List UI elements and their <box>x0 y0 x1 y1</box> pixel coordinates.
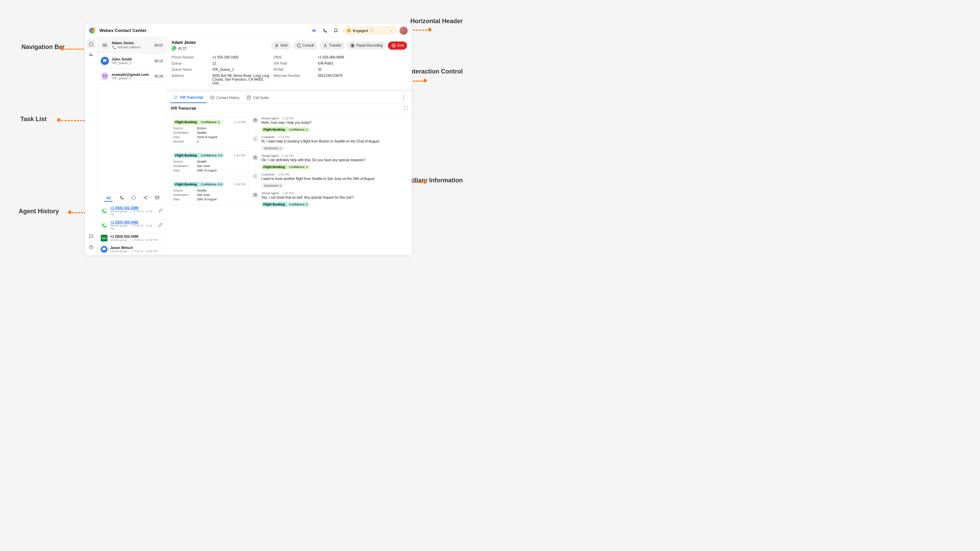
card-value: 29th of August <box>197 169 217 172</box>
status-check-icon: ✓ <box>347 29 351 33</box>
aux-tab-history[interactable]: Contact History <box>207 92 243 103</box>
history-tab-phone-icon[interactable] <box>119 195 124 200</box>
aux-tab-ivr[interactable]: IVR Transcript <box>170 92 207 103</box>
transcript-message: C Customer1:14 PM Hi, I want help in boo… <box>252 135 408 151</box>
transcript-message: Virtual Agent1:13 PM Hello, how may I he… <box>252 117 408 132</box>
user-avatar[interactable] <box>399 27 408 35</box>
history-number[interactable]: +1 (555) 400-3466 <box>110 221 156 224</box>
history-channel-icon <box>101 222 108 229</box>
history-number[interactable]: +1 (555) 432-3498 <box>110 206 156 210</box>
hold-button[interactable]: Hold <box>271 41 291 50</box>
intent-tag: Flight BookingConfidence: 0.9 <box>173 182 224 187</box>
end-button[interactable]: End <box>388 41 407 50</box>
task-item[interactable]: Adam Jones Michael Littlefoot 00:02 <box>97 37 166 53</box>
aux-title-bar: IVR Transcript ⛶ <box>167 103 412 113</box>
field-value: 32 <box>318 68 407 71</box>
history-meta: Service group... | ⏱ 00:10 12:32 PM <box>110 250 163 253</box>
field-value: 5555 Ave NE Sierra Road, Long Long Count… <box>212 74 270 85</box>
bell-icon[interactable] <box>332 27 340 34</box>
transcript-card[interactable]: Flight BookingConfidence: 1 1:13 PMSourc… <box>170 117 248 147</box>
history-number: Jason Welsch <box>110 246 163 250</box>
history-meta: Service group... | ⏱ 00:10 12:32 PM <box>110 238 163 241</box>
field-label: RONA <box>274 68 314 71</box>
svg-point-1 <box>314 29 316 32</box>
task-queue: IVR_Queue_1 <box>111 61 152 65</box>
callout-dot <box>428 28 431 31</box>
history-tab-chat-icon[interactable] <box>131 195 136 200</box>
field-value: 12 <box>212 62 270 65</box>
aux-more-icon[interactable]: ⋮ <box>399 92 408 103</box>
svg-rect-22 <box>254 156 256 159</box>
interaction-details: Phone Number+1 555-200-1000DNIS+1-555-90… <box>167 53 412 89</box>
card-key: Source <box>173 160 197 163</box>
nav-home[interactable] <box>87 40 95 48</box>
aux-tabs: IVR Transcript Contact History Call Guid… <box>167 92 412 103</box>
msg-sender: Virtual Agent <box>261 117 279 120</box>
webex-icon[interactable] <box>310 27 318 34</box>
card-time: 1:13 PM <box>234 121 245 124</box>
history-tab-mail-icon[interactable] <box>155 195 159 200</box>
sentiment-tag: Sentiment: 1 <box>261 183 284 188</box>
nav-help[interactable] <box>87 243 95 252</box>
main-panel: Adam Jones 45:22 Hold Consult Transfer P… <box>167 37 412 255</box>
history-channel-icon <box>101 246 108 253</box>
svg-point-12 <box>325 44 326 45</box>
history-meta: Service group... | ⏱ 00:10 12:32 PM <box>110 224 156 230</box>
svg-point-26 <box>255 195 255 195</box>
msg-text: I want to book another flight from Seatt… <box>261 177 408 181</box>
history-tab-all[interactable]: All <box>104 195 113 202</box>
intent-tag: Flight BookingConfidence: 1 <box>261 165 310 169</box>
msg-sender: Virtual Agent <box>261 154 279 157</box>
history-item[interactable]: +1 (555) 432-3498 Service group... | ⏱ 0… <box>97 204 166 218</box>
msg-time: 1:24 PM <box>282 154 294 157</box>
nav-bottom <box>87 232 95 252</box>
transcript-message: Virtual Agent1:24 PM Ok, I can definitel… <box>252 154 408 169</box>
chevron-down-icon: ⌄ <box>389 28 392 33</box>
history-item[interactable]: SMS +1 (555) 432-3498 Service group... |… <box>97 233 166 244</box>
task-item[interactable]: John Smith IVR_Queue_1 00:18 <box>97 53 166 69</box>
app-title: Webex Contact Center <box>99 28 146 33</box>
nav-analytics[interactable] <box>87 50 95 59</box>
callout-dot <box>423 79 427 82</box>
transcript-card[interactable]: Flight BookingConfidence: 0.9 1:24 PMSou… <box>170 179 248 205</box>
edit-icon[interactable] <box>158 208 163 214</box>
transcript-message: Virtual Agent1:24 PM Yes, I can book tha… <box>252 192 408 207</box>
transfer-button[interactable]: Transfer <box>320 41 345 50</box>
intent-tag: Flight BookingConfidence: 1 <box>261 202 310 207</box>
aux-tab-guide[interactable]: Call Guide <box>243 92 272 103</box>
msg-avatar-icon: C <box>252 135 259 142</box>
card-value: San Jose <box>197 164 210 168</box>
field-value: +1 555-200-1000 <box>212 56 270 59</box>
card-value: San Jose <box>197 193 210 197</box>
pause-recording-button[interactable]: Pause Recording <box>347 41 386 50</box>
edit-icon[interactable] <box>158 222 163 229</box>
consult-button[interactable]: Consult <box>293 41 318 50</box>
transcript-messages: Virtual Agent1:13 PM Hello, how may I he… <box>252 117 408 252</box>
transcript-card[interactable]: Flight BookingConfidence: 0.9 1:24 PMSou… <box>170 150 248 176</box>
msg-avatar-icon <box>252 117 259 124</box>
field-label: DNIS <box>274 56 314 59</box>
intent-tag: Flight BookingConfidence: 1 <box>173 120 222 124</box>
msg-text: Hello, how may I help you today? <box>261 121 408 124</box>
nav-chat[interactable] <box>87 232 95 241</box>
callout-dot <box>423 180 427 184</box>
history-tab-share-icon[interactable] <box>143 195 148 200</box>
msg-sender: Virtual Agent <box>261 192 279 195</box>
history-item[interactable]: Jason Welsch Service group... | ⏱ 00:10 … <box>97 244 166 255</box>
task-type-icon <box>101 57 109 65</box>
callout-line <box>413 30 427 30</box>
phone-icon[interactable] <box>321 27 329 34</box>
msg-time: 1:24 PM <box>278 173 290 176</box>
card-time: 1:24 PM <box>234 183 245 186</box>
expand-icon[interactable]: ⛶ <box>404 106 408 110</box>
msg-time: 1:13 PM <box>282 117 294 120</box>
task-name: example@gmail.com <box>111 73 152 76</box>
card-key: Date <box>173 169 197 172</box>
field-value: IVR_Queue_1 <box>212 68 270 71</box>
field-value: +1-555-900-8989 <box>318 56 407 59</box>
msg-avatar-icon <box>252 192 259 198</box>
status-selector[interactable]: ✓ Engaged ⓘ ⌄ <box>343 27 396 34</box>
history-item[interactable]: +1 (555) 400-3466 Service group... | ⏱ 0… <box>97 218 166 233</box>
history-meta: Service group... | ⏱ 00:10 12:32 PM <box>110 210 156 216</box>
task-item[interactable]: example@gmail.com IVR_Queue_1 00:28 <box>97 69 166 84</box>
